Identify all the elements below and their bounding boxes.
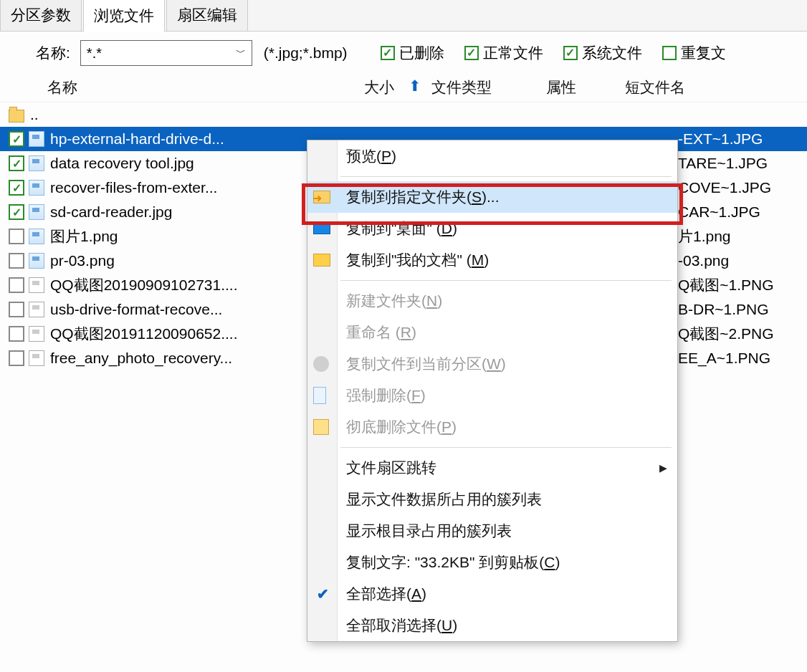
column-header-type[interactable]: 文件类型 — [431, 77, 546, 97]
file-name: pr-03.png — [50, 252, 323, 269]
row-checkbox[interactable] — [9, 253, 24, 269]
file-name: QQ截图20191120090652.... — [50, 324, 323, 344]
ctx-select-all[interactable]: 全部选择(A) — [307, 578, 677, 610]
column-header-name[interactable]: 名称 — [14, 77, 351, 97]
shortname-column: -EXT~1.JPGTARE~1.JPGCOVE~1.JPGCAR~1.JPG片… — [678, 127, 807, 370]
column-header-size[interactable]: 大小 — [351, 77, 394, 97]
checkbox-duplicate-label: 重复文 — [681, 43, 726, 63]
globe-icon — [313, 356, 329, 372]
filter-name-label: 名称: — [36, 43, 70, 63]
row-checkbox[interactable] — [9, 204, 24, 220]
ctx-new-folder-label: 新建文件夹(N) — [346, 291, 442, 311]
short-filename: EE_A~1.PNG — [678, 346, 807, 370]
column-header-shortname[interactable]: 短文件名 — [625, 77, 768, 97]
short-filename: 片1.png — [678, 224, 807, 249]
ctx-show-root-cluster[interactable]: 显示根目录占用的簇列表 — [307, 515, 677, 547]
row-checkbox[interactable] — [9, 302, 24, 317]
file-icon — [29, 131, 44, 147]
sort-arrow-up-icon[interactable]: ⬆ — [409, 77, 421, 97]
ctx-copy-to-folder[interactable]: 复制到指定文件夹(S)... — [307, 181, 677, 213]
ctx-deselect-all-label: 全部取消选择(U) — [346, 615, 457, 635]
file-name: 图片1.png — [50, 226, 323, 246]
tab-browse-files[interactable]: 浏览文件 — [83, 0, 165, 32]
ctx-copy-to-folder-label: 复制到指定文件夹(S)... — [346, 187, 500, 207]
parent-dir-row[interactable]: .. — [0, 102, 807, 127]
file-icon — [29, 277, 44, 293]
tab-sector-edit[interactable]: 扇区编辑 — [166, 0, 248, 31]
ctx-show-cluster-list[interactable]: 显示文件数据所占用的簇列表 — [307, 484, 677, 515]
ctx-rename-label: 重命名 (R) — [346, 322, 416, 342]
ctx-show-cluster-list-label: 显示文件数据所占用的簇列表 — [346, 489, 542, 509]
checkmark-icon — [381, 46, 395, 60]
short-filename: Q截图~2.PNG — [678, 322, 807, 346]
ctx-copy-to-desktop-label: 复制到"桌面" (D) — [346, 219, 457, 239]
separator — [340, 280, 672, 281]
documents-folder-icon — [313, 254, 330, 267]
filter-row: 名称: *.* ﹀ (*.jpg;*.bmp) 已删除 正常文件 系统文件 重复… — [0, 32, 807, 75]
separator — [340, 447, 672, 448]
column-header-row: 名称 大小 ⬆ 文件类型 属性 短文件名 — [0, 75, 807, 102]
short-filename: B-DR~1.PNG — [678, 297, 807, 322]
ctx-deselect-all[interactable]: 全部取消选择(U) — [307, 610, 677, 641]
row-checkbox[interactable] — [9, 155, 24, 171]
ctx-copy-to-partition: 复制文件到当前分区(W) — [307, 348, 677, 380]
file-name: sd-card-reader.jpg — [50, 203, 323, 221]
filter-pattern-combobox[interactable]: *.* ﹀ — [80, 40, 252, 66]
file-icon — [29, 253, 44, 269]
check-icon — [313, 585, 332, 603]
separator — [340, 176, 672, 177]
ctx-copy-to-desktop[interactable]: 复制到"桌面" (D) — [307, 213, 677, 244]
checkbox-empty-icon — [662, 46, 677, 60]
row-checkbox[interactable] — [9, 229, 24, 244]
row-checkbox[interactable] — [9, 350, 24, 366]
ctx-show-root-cluster-label: 显示根目录占用的簇列表 — [346, 521, 512, 541]
ctx-copy-to-partition-label: 复制文件到当前分区(W) — [346, 354, 506, 374]
file-icon — [29, 350, 44, 366]
desktop-icon — [313, 223, 330, 234]
row-checkbox[interactable] — [9, 277, 24, 293]
checkbox-normal[interactable]: 正常文件 — [464, 43, 543, 63]
row-checkbox[interactable] — [9, 326, 24, 342]
trash-icon — [313, 419, 329, 435]
row-checkbox[interactable] — [9, 180, 24, 196]
ctx-select-all-label: 全部选择(A) — [346, 584, 426, 604]
file-name: data recovery tool.jpg — [50, 155, 323, 172]
folder-icon — [9, 110, 24, 123]
filter-hint: (*.jpg;*.bmp) — [264, 44, 348, 62]
file-icon — [29, 229, 44, 244]
ctx-new-folder: 新建文件夹(N) — [307, 285, 677, 317]
checkbox-duplicate[interactable]: 重复文 — [662, 43, 726, 63]
tabstrip: 分区参数 浏览文件 扇区编辑 — [0, 0, 807, 32]
file-name: usb-drive-format-recove... — [50, 301, 323, 318]
ctx-preview[interactable]: 预览(P) — [307, 140, 677, 172]
filter-pattern-value: *.* — [87, 45, 102, 62]
ctx-copy-to-documents[interactable]: 复制到"我的文档" (M) — [307, 244, 677, 276]
short-filename: -EXT~1.JPG — [678, 127, 807, 151]
ctx-copy-to-documents-label: 复制到"我的文档" (M) — [346, 250, 489, 270]
tab-partition-params[interactable]: 分区参数 — [0, 0, 82, 31]
ctx-rename: 重命名 (R) — [307, 317, 677, 348]
checkbox-normal-label: 正常文件 — [483, 43, 543, 63]
ctx-sector-jump[interactable]: 文件扇区跳转 ▶ — [307, 452, 677, 484]
file-icon — [29, 155, 44, 171]
ctx-preview-label: 预览(P) — [346, 146, 396, 166]
file-name: free_any_photo_recovery... — [50, 350, 323, 367]
short-filename: COVE~1.JPG — [678, 176, 807, 200]
checkmark-icon — [563, 46, 578, 60]
file-icon — [29, 204, 44, 220]
column-header-attr[interactable]: 属性 — [546, 77, 625, 97]
file-icon — [29, 180, 44, 196]
file-icon — [29, 326, 44, 342]
context-menu: 预览(P) 复制到指定文件夹(S)... 复制到"桌面" (D) 复制到"我的文… — [307, 140, 678, 642]
checkbox-deleted[interactable]: 已删除 — [381, 43, 444, 63]
row-checkbox[interactable] — [9, 131, 24, 147]
checkmark-icon — [464, 46, 479, 60]
checkbox-system[interactable]: 系统文件 — [563, 43, 642, 63]
ctx-copy-text-clipboard[interactable]: 复制文字: "33.2KB" 到剪贴板(C) — [307, 547, 677, 578]
page-icon — [313, 387, 326, 404]
file-name: QQ截图20190909102731.... — [50, 275, 323, 295]
chevron-down-icon: ﹀ — [236, 47, 246, 59]
file-icon — [29, 302, 44, 317]
checkbox-system-label: 系统文件 — [582, 43, 642, 63]
file-name: recover-files-from-exter... — [50, 179, 323, 196]
